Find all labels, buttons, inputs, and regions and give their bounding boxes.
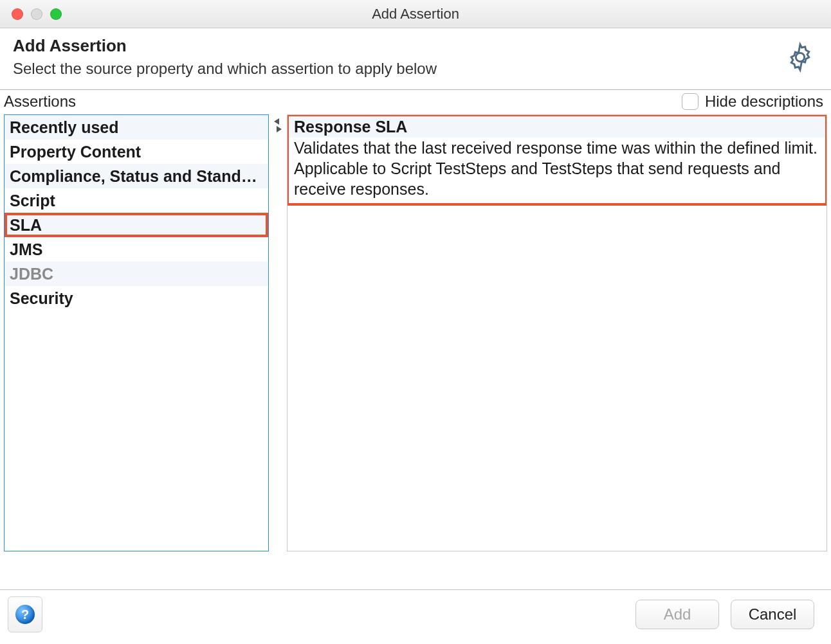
assertion-detail-panel: Response SLA Validates that the last rec… xyxy=(287,114,827,551)
hide-descriptions-toggle[interactable]: Hide descriptions xyxy=(682,93,823,111)
category-security[interactable]: Security xyxy=(5,286,268,310)
window-title: Add Assertion xyxy=(0,6,831,22)
hide-descriptions-label: Hide descriptions xyxy=(705,93,823,111)
close-window-button[interactable] xyxy=(12,8,23,20)
help-icon: ? xyxy=(15,605,35,624)
assertion-detail[interactable]: Response SLA Validates that the last rec… xyxy=(288,115,826,204)
category-list: Recently used Property Content Complianc… xyxy=(5,115,268,310)
category-property-content[interactable]: Property Content xyxy=(5,139,268,164)
assertion-detail-title: Response SLA xyxy=(288,115,826,138)
assertions-bar: Assertions Hide descriptions xyxy=(0,90,831,114)
hide-descriptions-checkbox[interactable] xyxy=(682,93,699,110)
splitter-collapse-left-icon xyxy=(273,118,283,125)
svg-marker-1 xyxy=(274,118,279,125)
assertion-detail-description: Validates that the last received respons… xyxy=(288,138,826,204)
titlebar: Add Assertion xyxy=(0,0,831,28)
dialog-title: Add Assertion xyxy=(13,36,782,56)
zoom-window-button[interactable] xyxy=(50,8,62,20)
category-compliance[interactable]: Compliance, Status and Stand… xyxy=(5,164,268,188)
gear-icon xyxy=(784,41,816,73)
cancel-button[interactable]: Cancel xyxy=(731,600,814,629)
category-sla[interactable]: SLA xyxy=(5,213,268,237)
add-button[interactable]: Add xyxy=(635,600,719,629)
minimize-window-button[interactable] xyxy=(31,8,42,20)
category-jdbc[interactable]: JDBC xyxy=(5,262,268,286)
splitter-collapse-right-icon xyxy=(273,126,283,132)
category-panel: Recently used Property Content Complianc… xyxy=(4,114,269,551)
window-controls xyxy=(0,8,62,20)
svg-point-0 xyxy=(796,53,804,61)
assertions-panels: Recently used Property Content Complianc… xyxy=(0,114,831,589)
category-recently-used[interactable]: Recently used xyxy=(5,115,268,139)
assertions-label: Assertions xyxy=(4,93,76,111)
svg-marker-2 xyxy=(277,126,282,132)
category-jms[interactable]: JMS xyxy=(5,237,268,262)
help-button[interactable]: ? xyxy=(8,596,42,632)
dialog-subtitle: Select the source property and which ass… xyxy=(13,60,782,78)
category-script[interactable]: Script xyxy=(5,188,268,213)
dialog-header: Add Assertion Select the source property… xyxy=(0,28,831,90)
panel-splitter[interactable] xyxy=(269,114,287,586)
settings-button[interactable] xyxy=(782,41,818,73)
dialog-footer: ? Add Cancel xyxy=(0,589,831,644)
